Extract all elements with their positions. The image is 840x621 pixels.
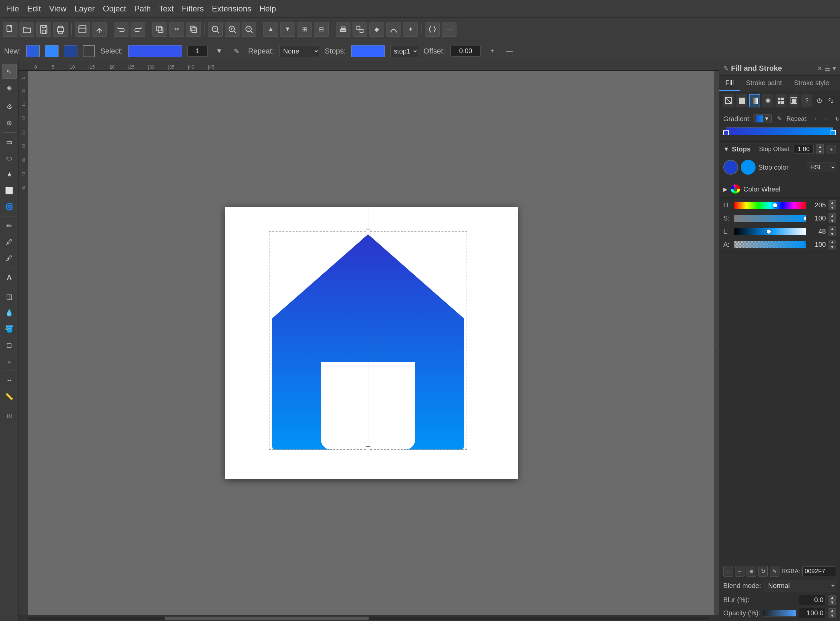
gradient-edit-btn[interactable]: ✎ — [774, 114, 784, 124]
menu-help[interactable]: Help — [256, 3, 279, 15]
reverse-stop-btn[interactable]: ↻ — [758, 566, 768, 577]
l-down[interactable]: ▼ — [829, 232, 836, 236]
opacity-bar[interactable] — [763, 610, 796, 616]
tool-measure[interactable]: 📏 — [2, 389, 17, 404]
stop-offset-input[interactable] — [793, 145, 814, 154]
tool-eraser[interactable]: ◻ — [2, 338, 17, 352]
fill-radial-btn[interactable] — [762, 94, 774, 108]
h-thumb[interactable] — [773, 203, 777, 208]
path-effects-button[interactable] — [386, 22, 401, 37]
new-swatch-3[interactable] — [64, 45, 77, 57]
gradient-stop-left[interactable] — [723, 130, 729, 135]
h-down[interactable]: ▼ — [829, 205, 836, 210]
color-wheel-row[interactable]: ▶ — [723, 184, 836, 195]
stop-offset-down[interactable]: ▼ — [816, 150, 824, 154]
menu-extensions[interactable]: Extensions — [208, 3, 255, 15]
s-slider-track[interactable] — [734, 215, 806, 222]
tool-calligraphy[interactable]: 🖋 — [2, 251, 17, 265]
right-resize-handle[interactable]: ⋮ — [714, 71, 719, 615]
offset-input[interactable] — [450, 46, 481, 56]
tab-stroke-paint[interactable]: Stroke paint — [740, 76, 788, 91]
stop-swatch[interactable] — [351, 45, 385, 57]
s-up[interactable]: ▲ — [829, 214, 836, 218]
menu-layer[interactable]: Layer — [71, 3, 98, 15]
stop-color-swatch-1[interactable] — [723, 160, 738, 175]
duplicate-button[interactable] — [153, 22, 167, 37]
pick-color-btn[interactable]: ✎ — [770, 566, 780, 577]
tool-3d[interactable]: ⬜ — [2, 183, 17, 198]
import-button[interactable] — [75, 22, 90, 37]
s-thumb[interactable] — [804, 216, 806, 221]
zoom-out-button[interactable] — [242, 22, 256, 37]
blur-up[interactable]: ▲ — [829, 595, 836, 600]
opacity-input[interactable] — [799, 608, 826, 618]
save-button[interactable] — [36, 22, 51, 37]
gradient-picker-btn[interactable]: ▼ — [754, 114, 772, 123]
blend-mode-select[interactable]: Normal Multiply Screen Overlay — [764, 580, 836, 591]
a-down[interactable]: ▼ — [829, 245, 836, 249]
transform-button[interactable] — [352, 22, 367, 37]
tool-rect[interactable]: ▭ — [2, 135, 17, 150]
tool-ellipse[interactable]: ⬭ — [2, 151, 17, 166]
offset-minus-btn[interactable]: — — [504, 45, 516, 57]
canvas-page[interactable] — [225, 207, 518, 479]
a-thumb[interactable] — [804, 242, 806, 247]
fill-edit-icon[interactable] — [814, 95, 825, 106]
more-button[interactable]: ⋯ — [442, 22, 456, 37]
redo-button[interactable] — [130, 22, 145, 37]
zoom-in-button[interactable] — [225, 22, 240, 37]
tool-dropper[interactable]: 💧 — [2, 305, 17, 320]
add-stop-btn[interactable]: + — [826, 145, 836, 154]
fill-swatch-btn[interactable] — [789, 94, 800, 108]
tool-tweak[interactable]: ⚙ — [2, 99, 17, 114]
tool-selector[interactable]: ↖ — [2, 64, 17, 79]
symbols-button[interactable]: ✦ — [403, 22, 418, 37]
scrollbar-thumb-h[interactable] — [165, 616, 369, 620]
a-slider-track[interactable] — [734, 241, 806, 248]
new-swatch-4[interactable] — [83, 45, 95, 57]
panel-menu-btn[interactable]: ☰ — [825, 64, 831, 73]
zoom-fit-button[interactable] — [208, 22, 223, 37]
panel-close-btn[interactable]: ✕ — [817, 64, 822, 73]
offset-plus-btn[interactable]: + — [486, 45, 498, 57]
s-down[interactable]: ▼ — [829, 218, 836, 223]
tool-zoom[interactable]: ⊕ — [2, 115, 17, 130]
tool-node[interactable]: ◈ — [2, 80, 17, 95]
blur-input[interactable] — [799, 595, 826, 605]
export-button[interactable] — [92, 22, 107, 37]
open-button[interactable] — [20, 22, 34, 37]
l-up[interactable]: ▲ — [829, 227, 836, 231]
tool-spiral[interactable]: 🌀 — [2, 199, 17, 214]
fill-none-btn[interactable] — [723, 94, 734, 108]
a-up[interactable]: ▲ — [829, 240, 836, 244]
l-slider-track[interactable] — [734, 228, 806, 235]
stops-collapse-arrow[interactable]: ▼ — [723, 146, 729, 153]
fill-unset-btn[interactable]: ? — [801, 94, 813, 108]
fill-pattern-btn[interactable] — [775, 94, 787, 108]
add-stop-btn-2[interactable]: + — [723, 566, 733, 577]
menu-file[interactable]: File — [3, 3, 23, 15]
node-button[interactable]: ◆ — [369, 22, 384, 37]
stop-select[interactable]: stop1 stop2 — [390, 45, 418, 57]
fill-link-icon[interactable] — [826, 95, 836, 106]
copy-button[interactable] — [186, 22, 201, 37]
gradient-stop-right[interactable] — [831, 130, 836, 135]
tool-pencil[interactable]: ✏ — [2, 218, 17, 233]
tab-stroke-style[interactable]: Stroke style — [788, 76, 835, 91]
tool-pen[interactable]: 🖊 — [2, 235, 17, 249]
repeat-select[interactable]: None Reflected Direct — [279, 45, 319, 57]
h-up[interactable]: ▲ — [829, 200, 836, 205]
repeat-reflected-btn[interactable]: ↔ — [821, 114, 831, 124]
new-swatch-2[interactable] — [45, 45, 59, 57]
tool-connector[interactable]: ╌ — [2, 373, 17, 388]
opacity-down[interactable]: ▼ — [829, 613, 836, 618]
duplicate-stop-btn[interactable]: ⊕ — [746, 566, 756, 577]
tool-gradient[interactable]: ◫ — [2, 289, 17, 304]
undo-button[interactable] — [114, 22, 128, 37]
fill-flat-btn[interactable] — [736, 94, 748, 108]
raise-button[interactable]: ▲ — [263, 22, 278, 37]
gradient-bar[interactable] — [726, 127, 833, 135]
tool-paint-bucket[interactable]: 🪣 — [2, 321, 17, 336]
align-button[interactable] — [336, 22, 351, 37]
repeat-direct-btn[interactable]: ↻ — [832, 114, 840, 124]
